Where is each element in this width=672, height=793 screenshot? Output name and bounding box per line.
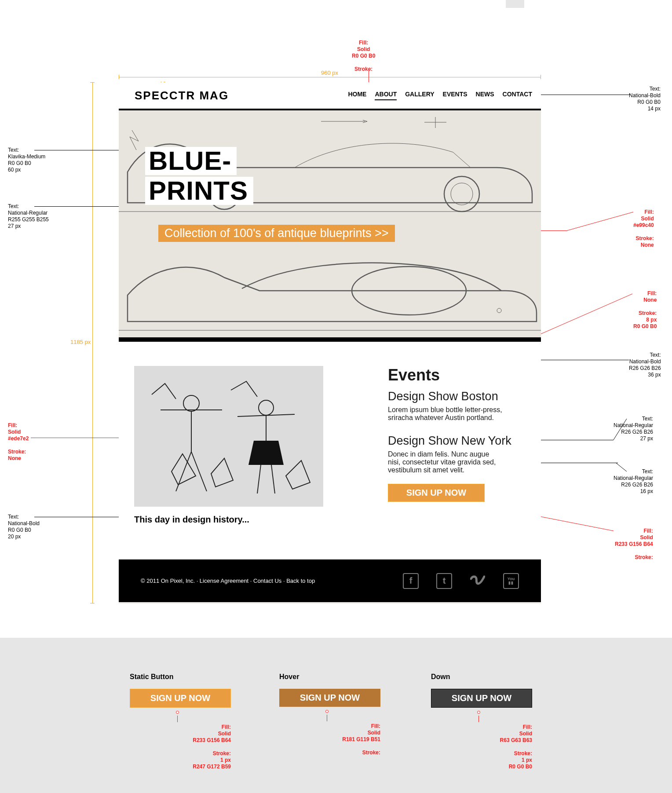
dim-tick [90, 82, 95, 83]
nav-news[interactable]: NEWS [476, 91, 494, 100]
state-hover-heading: Hover [279, 673, 402, 681]
spec-hero-border: Fill: None Stroke: 8 px R0 G0 B0 [633, 290, 657, 330]
history-caption: This day in design history... [134, 515, 328, 525]
spec-down: Fill: Solid R63 G63 B63 Stroke: 1 px R0 … [444, 724, 532, 770]
dim-rule-width [119, 77, 541, 77]
spec-line [616, 463, 629, 474]
spec-line [567, 212, 638, 234]
state-hover-button[interactable]: SIGN UP NOW [279, 689, 380, 707]
event2-body: Donec in diam felis. Nunc augue nisi, co… [388, 450, 502, 474]
spec-signup-fill: Fill: Solid R233 G156 B64 Stroke: [615, 528, 653, 561]
content-left: This day in design history... [134, 366, 328, 551]
state-down: Down SIGN UP NOW Fill: Solid R63 G63 B63… [431, 673, 554, 770]
social-links: f t You▮▮ [403, 573, 519, 589]
nav-home[interactable]: HOME [348, 91, 366, 100]
hero-title: BLUE- PRINTS [145, 147, 253, 207]
facebook-icon[interactable]: f [403, 573, 419, 589]
dim-tick [90, 603, 95, 603]
spec-marker [176, 711, 179, 714]
hero-title-line1: BLUE- [145, 147, 237, 175]
dim-height: 1185 px [70, 339, 91, 345]
spec-bg-fill: Fill: Solid #ede7e2 Stroke: None [8, 422, 29, 462]
state-static-heading: Static Button [130, 673, 253, 681]
spec-static: Fill: Solid R233 G156 B64 Stroke: 1 px R… [143, 724, 231, 770]
footer: © 2011 On Pixel, Inc. · License Agreemen… [119, 559, 541, 602]
spec-about-fill: Fill: Solid R0 G0 B0 Stroke: [352, 40, 375, 73]
nav-about[interactable]: ABOUT [375, 91, 397, 100]
svg-line-4 [567, 212, 633, 230]
nav-events[interactable]: EVENTS [443, 91, 467, 100]
svg-line-5 [540, 294, 632, 334]
dim-tick [119, 75, 119, 79]
hero-title-line2: PRINTS [145, 177, 253, 205]
spec-line [31, 438, 119, 438]
spec-hero-title: Text: Klavika-Medium R0 G0 B0 60 px [8, 147, 45, 173]
spec-line [327, 715, 327, 721]
dim-width: 960 px [321, 69, 338, 76]
history-photo [134, 366, 323, 507]
button-states-panel: Static Button SIGN UP NOW Fill: Solid R2… [0, 638, 672, 793]
svg-point-12 [444, 176, 479, 212]
tumblr-icon[interactable]: t [436, 573, 452, 589]
svg-rect-21 [134, 366, 323, 507]
svg-line-8 [616, 463, 627, 471]
spec-line [540, 294, 637, 334]
state-down-heading: Down [431, 673, 554, 681]
spec-line [34, 517, 122, 517]
spec-events-h: Text: National-Bold R26 G26 B26 36 px [629, 352, 661, 378]
state-down-button[interactable]: SIGN UP NOW [431, 689, 532, 708]
event1-body: Lorem ipsum blue bottle letter-press, sr… [388, 406, 502, 422]
events-heading: Events [388, 366, 526, 384]
nav: HOME ABOUT GALLERY EVENTS NEWS CONTACT [348, 91, 532, 100]
svg-point-16 [497, 308, 501, 313]
hero: BLUE- PRINTS Collection of 100's of anti… [119, 109, 541, 342]
mockup-frame: SPECCTR MAG HOME ABOUT GALLERY EVENTS NE… [119, 82, 541, 603]
state-static: Static Button SIGN UP NOW Fill: Solid R2… [130, 673, 253, 770]
state-static-button[interactable]: SIGN UP NOW [130, 689, 231, 708]
spec-marker [477, 711, 480, 714]
content: This day in design history... Events Des… [119, 342, 541, 559]
footer-copyright[interactable]: © 2011 On Pixel, Inc. · License Agreemen… [141, 577, 315, 584]
signup-button[interactable]: SIGN UP NOW [388, 484, 485, 502]
spec-line [478, 716, 479, 722]
vimeo-icon[interactable] [470, 573, 486, 589]
spec-line [369, 70, 369, 71]
nav-gallery[interactable]: GALLERY [405, 91, 434, 100]
hero-subtitle-link[interactable]: Collection of 100's of antique blueprint… [158, 225, 395, 242]
content-right: Events Design Show Boston Lorem ipsum bl… [388, 366, 526, 551]
dim-tick [541, 75, 541, 79]
spec-line [177, 716, 178, 722]
logo[interactable]: SPECCTR MAG [135, 89, 229, 102]
state-hover: Hover SIGN UP NOW Fill: Solid R181 G119 … [279, 673, 402, 756]
svg-point-13 [451, 183, 473, 205]
header: SPECCTR MAG HOME ABOUT GALLERY EVENTS NE… [119, 82, 541, 109]
spec-nav-text: Text: National-Bold R0 G0 B0 14 px [629, 86, 661, 112]
event1-title: Design Show Boston [388, 390, 526, 403]
svg-line-7 [614, 419, 627, 440]
youtube-icon[interactable]: You▮▮ [503, 573, 519, 589]
nav-contact[interactable]: CONTACT [503, 91, 532, 100]
spec-caption: Text: National-Bold R0 G0 B0 20 px [8, 514, 40, 540]
top-gray-tile [506, 0, 524, 8]
event2-title: Design Show New York [388, 434, 526, 448]
dim-rule-height [92, 82, 93, 603]
spec-marker [325, 710, 329, 713]
spec-hero-sub-text: Text: National-Regular R255 G255 B255 27… [8, 203, 49, 230]
spec-hover: Fill: Solid R181 G119 B51 Stroke: [292, 723, 380, 756]
spec-line [614, 419, 631, 441]
